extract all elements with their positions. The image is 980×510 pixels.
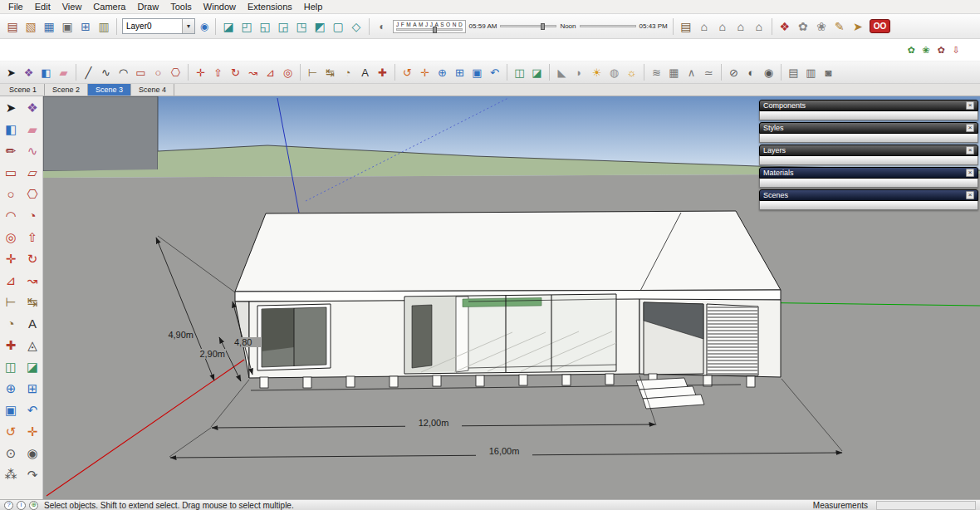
plugin-flower-icon[interactable]: ✿ xyxy=(794,17,812,36)
text-icon[interactable]: A xyxy=(22,312,43,334)
paint-bucket-icon[interactable]: ◧ xyxy=(0,118,22,140)
3d-text-icon[interactable]: ◬ xyxy=(22,334,43,356)
close-icon[interactable]: × xyxy=(966,124,974,132)
top-view-icon[interactable]: ◰ xyxy=(238,17,256,36)
pie-icon[interactable]: ◔ xyxy=(22,204,43,226)
component-house-4-icon[interactable]: ⌂ xyxy=(750,17,768,36)
date-slider-track[interactable] xyxy=(396,28,463,31)
offset-icon[interactable]: ◎ xyxy=(0,226,22,248)
date-slider[interactable]: JFMAMJJASOND xyxy=(393,20,466,33)
component-house-2-icon[interactable]: ⌂ xyxy=(713,17,732,36)
make-component-icon[interactable]: ❖ xyxy=(20,64,37,81)
tray-header-layers[interactable]: Layers× xyxy=(759,145,978,156)
plugin-arrow-icon[interactable]: ➤ xyxy=(849,17,867,36)
line-icon[interactable]: ✏ xyxy=(0,140,22,161)
zoom-extents-icon[interactable]: ▣ xyxy=(468,64,486,81)
orbit-icon[interactable]: ↺ xyxy=(399,64,416,81)
previous-icon[interactable]: ↶ xyxy=(22,399,43,420)
shadow-cone-icon[interactable]: ◣ xyxy=(553,64,571,81)
freehand-icon[interactable]: ∿ xyxy=(97,64,115,81)
walk-icon[interactable]: ⁂ xyxy=(0,463,22,485)
tray-body-layers[interactable] xyxy=(759,156,978,165)
open-icon[interactable]: ▧ xyxy=(22,17,40,36)
scale-icon[interactable]: ⊿ xyxy=(0,269,22,291)
roof-face[interactable] xyxy=(235,211,781,292)
rotate-icon[interactable]: ↻ xyxy=(227,64,244,81)
menu-item-help[interactable]: Help xyxy=(298,1,329,12)
menu-item-window[interactable]: Window xyxy=(198,1,242,12)
scene-tab-scene-4[interactable]: Scene 4 xyxy=(131,84,174,96)
zoom-icon[interactable]: ⊕ xyxy=(0,377,22,399)
vegetation-1-icon[interactable]: ✿ xyxy=(904,42,919,57)
dimension-label-roof-height[interactable]: 4,90m xyxy=(168,330,194,340)
section-plane-icon[interactable]: ◫ xyxy=(511,64,528,81)
shadow-dialog-icon[interactable]: ◐ xyxy=(375,19,390,34)
time-slider-thumb[interactable] xyxy=(541,23,545,30)
copy-icon[interactable]: ⊞ xyxy=(76,17,95,36)
shaded-toggle-icon[interactable]: ◐ xyxy=(742,64,760,81)
close-icon[interactable]: × xyxy=(966,101,974,110)
chevron-down-icon[interactable]: ▾ xyxy=(182,19,194,33)
plugin-people-icon[interactable]: ❖ xyxy=(776,17,794,36)
menu-item-file[interactable]: File xyxy=(2,1,29,12)
texture-toggle-icon[interactable]: ◉ xyxy=(760,64,777,81)
scale-icon[interactable]: ⊿ xyxy=(262,64,279,81)
zoom-icon[interactable]: ⊕ xyxy=(434,64,451,81)
menu-item-tools[interactable]: Tools xyxy=(164,1,198,12)
vegetation-2-icon[interactable]: ❀ xyxy=(919,42,933,57)
red-logo-badge[interactable]: OO xyxy=(870,19,891,33)
sandbox-contours-icon[interactable]: ≋ xyxy=(648,64,665,81)
rotated-rectangle-icon[interactable]: ▱ xyxy=(22,161,43,183)
help-icon[interactable]: ? xyxy=(4,501,13,510)
close-icon[interactable]: × xyxy=(966,169,974,177)
eraser-icon[interactable]: ▰ xyxy=(22,118,43,140)
arc-icon[interactable]: ◠ xyxy=(0,204,22,226)
plugin-burst-icon[interactable]: ❀ xyxy=(812,17,831,36)
polygon-icon[interactable]: ⎔ xyxy=(22,183,43,204)
menu-item-edit[interactable]: Edit xyxy=(29,1,56,12)
protractor-icon[interactable]: ◔ xyxy=(0,312,22,334)
right-view-icon[interactable]: ◲ xyxy=(274,17,292,36)
menu-item-camera[interactable]: Camera xyxy=(87,1,131,12)
bottom-view-icon[interactable]: ▢ xyxy=(329,17,347,36)
select-icon[interactable]: ➤ xyxy=(2,64,20,81)
dimension-label-wall-height[interactable]: 4,80 xyxy=(234,337,252,347)
offset-icon[interactable]: ◎ xyxy=(279,64,296,81)
front-view-icon[interactable]: ◱ xyxy=(256,17,274,36)
circle-icon[interactable]: ○ xyxy=(0,183,22,204)
circle-icon[interactable]: ○ xyxy=(149,64,167,81)
sandbox-scratch-icon[interactable]: ▦ xyxy=(665,64,683,81)
dimension-icon[interactable]: ↹ xyxy=(22,291,43,312)
scene-tab-scene-3[interactable]: Scene 3 xyxy=(88,84,131,96)
dimension-icon[interactable]: ↹ xyxy=(321,64,339,81)
measurements-field[interactable] xyxy=(876,501,976,510)
layer-dropdown[interactable]: Layer0 ▾ xyxy=(122,18,195,34)
back-view-icon[interactable]: ◳ xyxy=(292,17,311,36)
new-icon[interactable]: ▤ xyxy=(3,17,22,36)
section-cut-icon[interactable]: ◪ xyxy=(528,64,546,81)
dimension-label-floor-height[interactable]: 2,90m xyxy=(199,349,225,359)
time-slider-track-1[interactable] xyxy=(500,25,556,27)
credits-icon[interactable]: i xyxy=(17,501,26,510)
tray-body-scenes[interactable] xyxy=(759,201,978,210)
tape-measure-icon[interactable]: ⊢ xyxy=(304,64,321,81)
tray-body-styles[interactable] xyxy=(759,134,978,143)
component-house-1-icon[interactable]: ⌂ xyxy=(695,17,713,36)
download-icon[interactable]: ⇩ xyxy=(948,42,963,57)
model-info-icon[interactable]: ▥ xyxy=(802,64,820,81)
geolocate-icon[interactable]: ⊕ xyxy=(29,501,38,510)
menu-item-view[interactable]: View xyxy=(56,1,88,12)
position-camera-icon[interactable]: ⊙ xyxy=(0,442,22,463)
save-icon[interactable]: ▦ xyxy=(40,17,58,36)
tray-header-materials[interactable]: Materials× xyxy=(759,167,978,179)
tray-header-components[interactable]: Components× xyxy=(759,100,978,111)
zoom-window-icon[interactable]: ⊞ xyxy=(22,377,43,399)
lock-icon[interactable]: ◙ xyxy=(820,64,837,81)
scene-tab-scene-1[interactable]: Scene 1 xyxy=(2,84,45,96)
push-pull-icon[interactable]: ⇧ xyxy=(22,226,43,248)
pan-icon[interactable]: ✛ xyxy=(22,420,43,442)
plugin-pencil-icon[interactable]: ✎ xyxy=(831,17,849,36)
sun-icon[interactable]: ☀ xyxy=(588,64,605,81)
zoom-window-icon[interactable]: ⊞ xyxy=(451,64,468,81)
previous-icon[interactable]: ↶ xyxy=(486,64,503,81)
